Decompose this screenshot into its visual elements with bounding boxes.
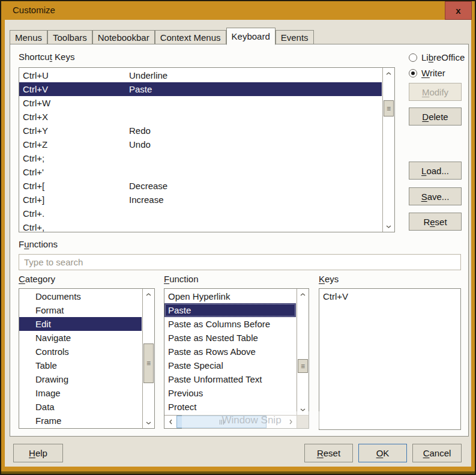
category-row[interactable]: Controls	[19, 345, 142, 359]
scroll-thumb[interactable]: ≡	[143, 343, 154, 383]
function-row[interactable]: Previous	[164, 386, 296, 400]
keys-list: Ctrl+V	[319, 288, 461, 430]
keyboard-tab-panel: Shortcut Keys Ctrl+UUnderlineCtrl+VPaste…	[10, 44, 469, 437]
scroll-up-arrow[interactable]	[297, 289, 309, 300]
shortcut-row[interactable]: Ctrl+W	[19, 96, 382, 110]
shortcut-key-cell: Ctrl+W	[23, 98, 50, 108]
shortcut-rows: Ctrl+UUnderlineCtrl+VPasteCtrl+WCtrl+XCt…	[19, 68, 382, 232]
shortcut-row[interactable]: Ctrl+'	[19, 165, 382, 179]
shortcut-scrollbar[interactable]: ≡	[382, 68, 394, 232]
category-label: Category	[19, 274, 55, 284]
category-rows: DocumentsFormatEditNavigateControlsTable…	[19, 289, 142, 428]
function-row[interactable]: Protect	[164, 400, 296, 414]
category-row[interactable]: Drawing	[19, 372, 142, 386]
function-row[interactable]: Paste Special	[164, 359, 296, 372]
footer-reset-button[interactable]: Reset	[304, 444, 353, 462]
dialog-body: MenusToolbarsNotebookbarContext MenusKey…	[5, 20, 471, 467]
category-row[interactable]: Edit	[19, 317, 142, 331]
scroll-thumb[interactable]: ≡	[384, 100, 394, 116]
shortcut-keys-list: Ctrl+UUnderlineCtrl+VPasteCtrl+WCtrl+XCt…	[19, 67, 395, 232]
grip-icon: ≡	[387, 105, 391, 112]
category-row[interactable]: Format	[19, 303, 142, 317]
scroll-left-arrow[interactable]	[164, 416, 176, 428]
function-list: Open HyperlinkPastePaste as Columns Befo…	[164, 288, 309, 429]
shortcut-key-cell: Ctrl+V	[23, 84, 48, 94]
shortcut-row[interactable]: Ctrl+.	[19, 207, 382, 220]
shortcut-row[interactable]: Ctrl+]Increase	[19, 193, 382, 207]
grip-icon: ≡	[146, 360, 151, 367]
chevron-up-icon	[146, 293, 151, 296]
category-row[interactable]: Frame	[19, 414, 142, 428]
chevron-up-icon	[300, 293, 306, 296]
modify-button[interactable]: Modify	[409, 83, 462, 101]
category-row[interactable]: Documents	[19, 289, 142, 303]
category-row[interactable]: Table	[19, 359, 142, 372]
load-button[interactable]: Load...	[409, 162, 462, 180]
scroll-down-arrow[interactable]	[143, 417, 154, 428]
chevron-up-icon	[386, 72, 391, 75]
tab-menus[interactable]: Menus	[10, 30, 47, 44]
window-title: Customize	[13, 5, 55, 15]
close-icon: x	[456, 6, 460, 15]
function-row[interactable]: Paste as Rows Above	[164, 345, 296, 359]
chevron-down-icon	[146, 422, 151, 425]
chevron-right-icon	[289, 419, 292, 425]
scroll-down-arrow[interactable]	[383, 221, 394, 232]
scroll-up-arrow[interactable]	[143, 289, 154, 300]
tab-toolbars[interactable]: Toolbars	[47, 30, 92, 44]
shortcut-row[interactable]: Ctrl+X	[19, 110, 382, 124]
function-hscrollbar[interactable]	[164, 415, 297, 428]
function-row[interactable]: Paste as Nested Table	[164, 331, 296, 345]
tab-notebookbar[interactable]: Notebookbar	[92, 30, 155, 44]
category-scrollbar[interactable]: ≡	[142, 289, 154, 428]
tab-keyboard[interactable]: Keyboard	[226, 28, 276, 45]
function-row[interactable]: Paste as Columns Before	[164, 317, 296, 331]
delete-button[interactable]: Delete	[409, 107, 462, 126]
keys-row[interactable]: Ctrl+V	[319, 289, 460, 303]
category-row[interactable]: Image	[19, 386, 142, 400]
shortcut-command-cell: Decrease	[129, 179, 167, 193]
functions-search-input[interactable]	[19, 254, 461, 270]
ok-button[interactable]: OK	[358, 444, 407, 462]
hscroll-thumb[interactable]	[176, 416, 267, 428]
shortcut-key-cell: Ctrl+[	[23, 181, 44, 191]
function-row[interactable]: Paste	[164, 303, 296, 317]
help-button[interactable]: Help	[13, 444, 63, 462]
tab-context-menus[interactable]: Context Menus	[155, 30, 226, 44]
shortcut-row[interactable]: Ctrl+VPaste	[19, 82, 382, 96]
shortcut-row[interactable]: Ctrl+[Decrease	[19, 179, 382, 193]
shortcut-command-cell: Underline	[129, 68, 167, 82]
save-button[interactable]: Save...	[409, 187, 462, 205]
scroll-thumb[interactable]: ≡	[298, 359, 308, 373]
titlebar: Customize x	[1, 1, 475, 20]
shortcut-row[interactable]: Ctrl+,	[19, 220, 382, 232]
shortcut-command-cell: Undo	[129, 138, 151, 151]
shortcut-row[interactable]: Ctrl+;	[19, 151, 382, 165]
scroll-down-arrow[interactable]	[297, 404, 309, 415]
function-row[interactable]: Open Hyperlink	[164, 289, 296, 303]
function-label: Function	[164, 274, 199, 284]
tab-events[interactable]: Events	[276, 30, 314, 44]
category-row[interactable]: Data	[19, 400, 142, 414]
radio-libreoffice[interactable]: LibreOffice	[409, 52, 465, 62]
shortcut-row[interactable]: Ctrl+UUnderline	[19, 68, 382, 82]
tab-bar: MenusToolbarsNotebookbarContext MenusKey…	[10, 27, 314, 44]
shortcut-key-cell: Ctrl+]	[23, 195, 44, 205]
scrollbar-corner	[297, 415, 309, 428]
radio-writer[interactable]: Writer	[409, 68, 445, 78]
chevron-down-icon	[386, 225, 391, 228]
reset-keyboard-button[interactable]: Reset	[409, 213, 462, 231]
shortcut-row[interactable]: Ctrl+YRedo	[19, 124, 382, 138]
close-button[interactable]: x	[445, 1, 472, 20]
shortcut-keys-label: Shortcut Keys	[19, 52, 74, 62]
scroll-right-arrow[interactable]	[285, 416, 297, 428]
shortcut-key-cell: Ctrl+U	[23, 70, 49, 80]
radio-writer-label: Writer	[421, 68, 445, 78]
cancel-button[interactable]: Cancel	[412, 444, 462, 462]
shortcut-row[interactable]: Ctrl+ZUndo	[19, 138, 382, 151]
shortcut-command-cell: Redo	[129, 124, 151, 138]
function-row[interactable]: Paste Unformatted Text	[164, 372, 296, 386]
category-row[interactable]: Navigate	[19, 331, 142, 345]
scroll-up-arrow[interactable]	[383, 68, 394, 79]
function-vscrollbar[interactable]: ≡	[297, 289, 309, 415]
